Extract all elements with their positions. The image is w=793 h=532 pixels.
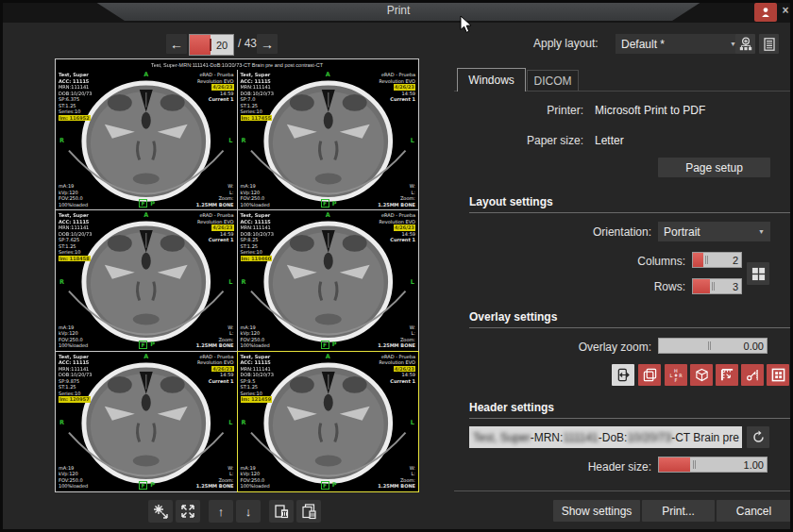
manage-layouts-button[interactable] [759,34,779,54]
preview-page-header: Test, Super-MRN:111141-DoB:10/20/73-CT B… [56,59,418,70]
cell-overlay-top-left: Test, Super ACC: 11115 MRN:111141 DOB:10… [241,354,274,403]
preview-cell[interactable]: Test, Super ACC: 11115 MRN:111141 DOB:10… [56,210,237,350]
page-setup-label: Page setup [685,161,743,175]
support-user-button[interactable] [754,3,777,22]
print-preview-page[interactable]: Test, Super-MRN:111141-DoB:10/20/73-CT B… [55,58,419,492]
previous-page-button[interactable]: ← [166,34,187,54]
overlay-zoom-slider[interactable]: 0.00 [658,338,768,354]
printer-value: Microsoft Print to PDF [595,104,705,117]
rows-value: 3 [733,281,738,292]
header-text-field[interactable]: Test, Super-MRN:111141-DoB:10/20/73-CT B… [469,426,742,448]
preview-cell[interactable]: Test, Super ACC: 11115 MRN:111141 DOB:10… [56,70,237,209]
add-layout-icon [738,37,753,52]
preview-cell[interactable]: Test, Super ACC: 11115 MRN:111141 DOB:10… [56,352,237,491]
columns-label: Columns: [453,255,685,268]
reset-header-button[interactable] [747,426,769,448]
delete-all-pages-icon [301,504,317,520]
preview-cell[interactable]: Test, Super ACC: 11115 MRN:111141 DOB:10… [238,210,419,350]
rows-label: Rows: [453,280,685,293]
cell-overlay-top-left: Test, Super ACC: 11115 MRN:111141 DOB:10… [59,72,92,121]
cell-overlay-top-right: eRAD - Prueba Revolution EVO 4/26/23 14:… [380,212,416,243]
rows-slider-fill [693,279,710,293]
tab-dicom-label: DICOM [534,75,572,88]
orientation-cube-toggle[interactable] [690,364,713,386]
save-layout-button[interactable] [735,34,755,54]
close-button[interactable]: × [779,2,792,19]
auto-fit-icon [153,504,168,519]
overlay-zoom-value: 0.00 [744,341,764,352]
move-page-up-button[interactable]: ↑ [209,500,233,523]
print-button[interactable]: Print... [642,500,715,522]
columns-slider-handle[interactable] [705,256,706,264]
cancel-label: Cancel [736,505,771,518]
arrow-left-icon: ← [170,37,183,52]
orientation-marker-right: R [59,278,64,286]
paper-size-label: Paper size: [453,134,583,147]
cell-overlay-bottom-left: mA:19 kVp:120 FOV:250.0 100%loaded [59,465,88,490]
expand-button[interactable] [176,500,200,523]
layout-select[interactable]: Default * ▼ [616,34,742,54]
header-size-handle[interactable] [693,460,694,469]
header-size-slider[interactable]: 1.00 [658,457,768,473]
tab-windows[interactable]: Windows [457,68,526,91]
overlay-zoom-handle[interactable] [708,341,709,350]
rows-slider-handle[interactable] [712,282,713,291]
overlay-position-toggle[interactable] [612,364,634,386]
titlebar: Print × [0,0,793,23]
orientation-marker-left: L [411,137,414,144]
paper-size-value: Letter [595,134,624,147]
page-number-slider[interactable]: 20 [189,34,234,56]
svg-text:L: L [670,373,673,378]
auto-fit-button[interactable] [148,500,173,523]
orientation-marker-posterior: F P [139,341,155,349]
preview-cell[interactable]: Test, Super ACC: 11115 MRN:111141 DOB:10… [238,352,419,491]
ruler-toggle[interactable] [716,364,738,386]
show-settings-button[interactable]: Show settings [553,500,640,522]
close-icon: × [782,4,788,17]
cell-overlay-top-right: eRAD - Prueba Revolution EVO 4/26/23 14:… [197,212,234,243]
cell-grid-toggle[interactable] [767,364,789,386]
overlay-layers-toggle[interactable] [638,364,661,386]
arrow-up-icon: ↑ [218,505,225,519]
orientation-marker-posterior: F P [321,481,337,490]
cell-overlay-top-right: eRAD - Prueba Revolution EVO 4/26/23 14:… [197,354,234,385]
rows-slider[interactable]: 3 [692,278,742,294]
orientation-marker-anterior: A [326,353,330,360]
cell-overlay-bottom-left: mA:19 kVp:120 FOV:250.0 100%loaded [241,183,270,208]
orientation-labels-toggle[interactable]: H L R F [665,364,687,386]
next-page-button[interactable]: → [257,34,278,54]
delete-page-button[interactable] [269,500,294,523]
page-slider-fill[interactable] [190,35,211,55]
tab-dicom[interactable]: DICOM [527,70,579,91]
orientation-select[interactable]: Portrait ▼ [658,222,770,241]
page-number-value[interactable]: 20 [211,35,233,55]
cell-overlay-top-left: Test, Super ACC: 11115 MRN:111141 DOB:10… [59,354,92,403]
cell-grid-icon [771,368,785,382]
dialog-title-area: Print [93,0,704,21]
orientation-marker-right: R [59,137,64,144]
reset-icon [751,430,766,444]
layers-icon [643,368,657,382]
orientation-marker-anterior: A [143,353,148,360]
preview-grid: Test, Super ACC: 11115 MRN:111141 DOB:10… [56,70,418,491]
cell-overlay-bottom-left: mA:19 kVp:120 FOV:250.0 100%loaded [59,183,88,208]
printer-label: Printer: [453,104,583,117]
preview-cell[interactable]: Test, Super ACC: 11115 MRN:111141 DOB:10… [238,70,419,209]
columns-slider[interactable]: 2 [692,252,742,268]
cell-overlay-bottom-right: W: L: Zoom: 1.25MM BONE [196,465,234,490]
orientation-marker-anterior: A [326,211,330,219]
orientation-marker-posterior: F P [321,341,337,349]
header-settings-divider [469,418,791,419]
apply-layout-label: Apply layout: [533,37,599,50]
cell-overlay-bottom-right: W: L: Zoom: 1.25MM BONE [196,324,234,349]
page-setup-button[interactable]: Page setup [658,158,770,177]
orientation-marker-anterior: A [326,71,330,78]
move-page-down-button[interactable]: ↓ [236,500,261,523]
cancel-button[interactable]: Cancel [717,500,791,522]
cell-overlay-bottom-left: mA:19 kVp:120 FOV:250.0 100%loaded [241,465,270,490]
grid-layout-button[interactable] [747,262,769,285]
cell-overlay-top-right: eRAD - Prueba Revolution EVO 4/26/23 14:… [380,72,416,103]
svg-text:R: R [679,373,683,378]
delete-all-pages-button[interactable] [296,500,321,523]
measurement-toggle[interactable] [741,364,764,386]
